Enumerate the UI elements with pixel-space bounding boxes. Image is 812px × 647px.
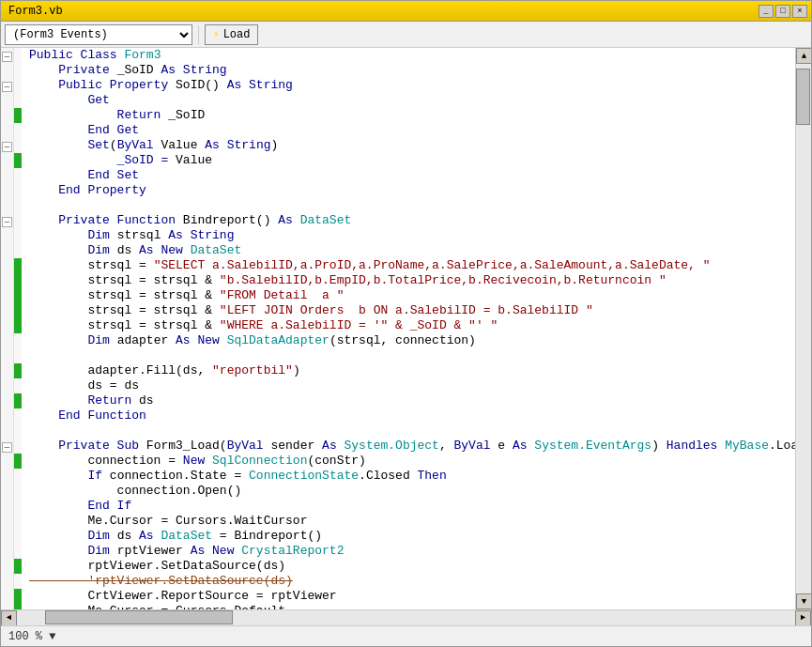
code-line: Dim adapter As New SqlDataAdapter(strsql… bbox=[22, 333, 795, 348]
table-row: Dim strsql As String bbox=[1, 228, 795, 243]
editor-area: ─Public Class Form3 Private _SoID As Str… bbox=[1, 48, 811, 625]
normal-token: ) bbox=[293, 363, 300, 377]
keyword-token: Public Class bbox=[29, 48, 124, 62]
normal-token: , bbox=[439, 439, 454, 453]
code-table: ─Public Class Form3 Private _SoID As Str… bbox=[1, 48, 795, 609]
empty-marker bbox=[14, 333, 22, 348]
normal-token: .Load bbox=[769, 439, 795, 453]
empty-marker bbox=[14, 138, 22, 153]
normal-token: strsql = strsql & bbox=[29, 273, 220, 287]
collapse-button[interactable]: ─ bbox=[2, 217, 12, 227]
green-marker bbox=[14, 393, 22, 408]
scroll-thumb[interactable] bbox=[796, 69, 810, 125]
table-row: strsql = strsql & "FROM Detail a " bbox=[1, 288, 795, 303]
collapse-button[interactable]: ─ bbox=[2, 52, 12, 62]
empty-marker bbox=[14, 544, 22, 559]
empty-marker bbox=[14, 123, 22, 138]
vertical-scrollbar[interactable]: ▲ ▼ bbox=[795, 48, 811, 609]
scroll-left-button[interactable]: ◄ bbox=[1, 610, 17, 626]
code-line: Return _SoID bbox=[22, 108, 795, 123]
scroll-up-button[interactable]: ▲ bbox=[796, 48, 811, 64]
scroll-down-button[interactable]: ▼ bbox=[796, 593, 811, 609]
collapse-button[interactable]: ─ bbox=[2, 82, 12, 92]
empty-marker bbox=[14, 198, 22, 213]
table-row: Dim rptViewer As New CrystalReport2 bbox=[1, 544, 795, 559]
table-row: End Get bbox=[1, 123, 795, 138]
code-line: Dim rptViewer As New CrystalReport2 bbox=[22, 544, 795, 559]
code-line: Private Function Bindreport() As DataSet bbox=[22, 213, 795, 228]
table-row: ds = ds bbox=[1, 378, 795, 393]
collapse-button[interactable]: ─ bbox=[2, 442, 12, 453]
zoom-dropdown-icon[interactable]: ▼ bbox=[49, 630, 55, 643]
code-line: End Property bbox=[22, 183, 795, 198]
load-dropdown-btn[interactable]: ⚡ Load bbox=[205, 24, 258, 45]
keyword-token: Public Property bbox=[29, 78, 176, 92]
collapse-button[interactable]: ─ bbox=[2, 142, 12, 152]
title-controls: _ □ × bbox=[758, 5, 807, 18]
typename-token: MyBase bbox=[725, 439, 769, 453]
table-row: Dim adapter As New SqlDataAdapter(strsql… bbox=[1, 333, 795, 348]
typename-token: DataSet bbox=[300, 213, 352, 227]
normal-token: ds bbox=[117, 529, 139, 543]
green-marker bbox=[14, 153, 22, 168]
horizontal-scrollbar[interactable]: ◄ ► bbox=[1, 609, 811, 625]
scroll-right-button[interactable]: ► bbox=[795, 610, 811, 626]
empty-marker bbox=[14, 228, 22, 243]
keyword-token: Return bbox=[29, 393, 139, 408]
code-line: Get bbox=[22, 93, 795, 108]
table-row: _SoID = Value bbox=[1, 153, 795, 168]
scroll-track[interactable] bbox=[796, 64, 811, 593]
toolbar: (Form3 Events) ⚡ Load bbox=[1, 22, 811, 48]
green-marker bbox=[14, 288, 22, 303]
events-dropdown[interactable]: (Form3 Events) bbox=[5, 24, 192, 45]
table-row: ─ Public Property SoID() As String bbox=[1, 78, 795, 93]
code-line: 'rptViewer.SetDataSource(ds) bbox=[22, 574, 795, 589]
h-scroll-thumb[interactable] bbox=[45, 610, 233, 624]
normal-token: ds = ds bbox=[29, 378, 139, 393]
normal-token: strsql bbox=[117, 228, 169, 242]
keyword-token: Private Function bbox=[29, 213, 183, 227]
normal-token: adapter bbox=[117, 333, 176, 347]
keyword-token: ByVal bbox=[227, 439, 271, 453]
toolbar-separator bbox=[198, 25, 199, 44]
keyword-token: As bbox=[139, 529, 161, 543]
table-row: ─ Private Sub Form3_Load(ByVal sender As… bbox=[1, 439, 795, 454]
h-scroll-track[interactable] bbox=[17, 610, 795, 625]
empty-marker bbox=[14, 408, 22, 424]
maximize-button[interactable]: □ bbox=[775, 5, 790, 18]
table-row bbox=[1, 198, 795, 213]
green-marker bbox=[14, 273, 22, 288]
table-row: Dim ds As New DataSet bbox=[1, 243, 795, 258]
normal-token: connection = bbox=[29, 454, 183, 468]
table-row: strsql = strsql & "WHERE a.SalebilID = '… bbox=[1, 318, 795, 333]
empty-marker bbox=[14, 48, 22, 63]
table-row: Private _SoID As String bbox=[1, 63, 795, 78]
keyword-token: As New bbox=[191, 544, 242, 558]
close-button[interactable]: × bbox=[792, 5, 807, 18]
keyword-token: New bbox=[183, 454, 212, 468]
minimize-button[interactable]: _ bbox=[758, 5, 774, 18]
table-row: CrtViewer.ReportSource = rptViewer bbox=[1, 589, 795, 604]
normal-token: SoID() bbox=[176, 78, 227, 92]
green-marker bbox=[14, 559, 22, 574]
code-line bbox=[22, 348, 795, 363]
keyword-token: As bbox=[278, 213, 299, 227]
normal-token: Value bbox=[161, 138, 205, 152]
normal-token: rptViewer.SetDataSource(ds) bbox=[29, 559, 285, 573]
empty-marker bbox=[14, 243, 22, 258]
keyword-token: ByVal bbox=[454, 439, 498, 453]
empty-marker bbox=[14, 529, 22, 544]
keyword-token: Get bbox=[29, 93, 110, 107]
keyword-token: As New bbox=[139, 243, 191, 257]
empty-marker bbox=[14, 213, 22, 228]
normal-token: connection.Open() bbox=[29, 484, 241, 498]
table-row: connection = New SqlConnection(conStr) bbox=[1, 454, 795, 469]
code-line: strsql = strsql & "LEFT JOIN Orders b ON… bbox=[22, 303, 795, 318]
empty-marker bbox=[14, 514, 22, 529]
normal-token: (conStr) bbox=[307, 454, 365, 468]
code-editor[interactable]: ─Public Class Form3 Private _SoID As Str… bbox=[1, 48, 795, 609]
keyword-token: Dim bbox=[29, 333, 117, 347]
green-marker bbox=[14, 108, 22, 123]
normal-token: .Closed bbox=[359, 469, 417, 483]
table-row: rptViewer.SetDataSource(ds) bbox=[1, 559, 795, 574]
